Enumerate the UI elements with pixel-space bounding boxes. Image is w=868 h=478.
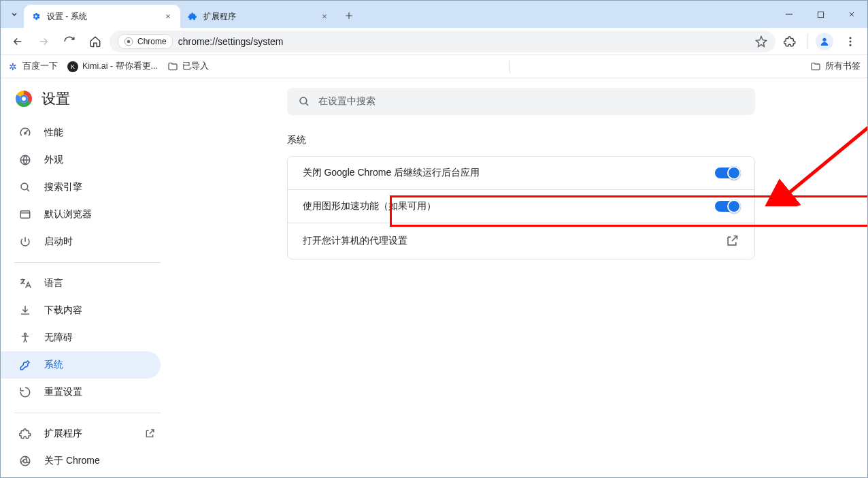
- globe-icon: [18, 153, 32, 167]
- bookmarks-divider: [510, 61, 510, 73]
- home-icon: [89, 35, 101, 48]
- sidebar-item-search-engine[interactable]: 搜索引擎: [1, 174, 161, 201]
- setting-row-label: 使用图形加速功能（如果可用）: [303, 200, 436, 212]
- sidebar-item-label: 语言: [44, 277, 63, 289]
- accessibility-icon: [18, 331, 32, 345]
- sidebar-item-performance[interactable]: 性能: [1, 119, 161, 146]
- tabstrip-dropdown-button[interactable]: [5, 5, 24, 24]
- tab-close-button[interactable]: [163, 11, 173, 22]
- sidebar-divider: [14, 262, 161, 263]
- settings-sidebar: 设置 性能 外观 搜索引擎 默认浏览器 启动时: [1, 78, 174, 477]
- sidebar-item-system[interactable]: 系统: [1, 351, 161, 379]
- sidebar-item-label: 外观: [44, 154, 63, 166]
- search-icon: [18, 180, 32, 194]
- extensions-button[interactable]: [778, 30, 801, 53]
- sidebar-item-accessibility[interactable]: 无障碍: [1, 324, 161, 351]
- toolbar-divider: [807, 34, 807, 49]
- bookmark-item[interactable]: ✲ 百度一下: [7, 61, 58, 72]
- puzzle-icon: [784, 35, 796, 48]
- power-icon: [18, 235, 32, 249]
- sidebar-item-reset[interactable]: 重置设置: [1, 379, 161, 406]
- bookmark-item[interactable]: K Kimi.ai - 帮你看更...: [67, 61, 158, 72]
- background-apps-toggle[interactable]: [715, 168, 739, 178]
- settings-nav[interactable]: 性能 外观 搜索引擎 默认浏览器 启动时 语言: [1, 119, 174, 478]
- address-bar[interactable]: Chrome chrome://settings/system: [110, 31, 775, 52]
- chevron-down-icon: [10, 10, 18, 18]
- sidebar-item-label: 重置设置: [44, 386, 82, 398]
- star-icon: [755, 35, 767, 48]
- svg-line-15: [785, 101, 867, 196]
- folder-icon: [167, 61, 178, 72]
- baidu-paw-icon: ✲: [7, 61, 18, 72]
- open-external-icon: [724, 234, 739, 249]
- svg-rect-0: [818, 12, 823, 17]
- close-icon: [321, 13, 328, 20]
- sidebar-item-startup[interactable]: 启动时: [1, 228, 161, 255]
- sidebar-item-language[interactable]: 语言: [1, 270, 161, 297]
- bookmarks-bar: ✲ 百度一下 K Kimi.ai - 帮你看更... 已导入 所有书签: [1, 55, 867, 78]
- setting-row-hardware-accel: 使用图形加速功能（如果可用）: [288, 190, 754, 223]
- sidebar-item-appearance[interactable]: 外观: [1, 146, 161, 174]
- maximize-button[interactable]: [805, 1, 836, 28]
- window-titlebar: 设置 - 系统 扩展程序: [1, 1, 867, 28]
- maximize-icon: [817, 11, 824, 18]
- new-tab-button[interactable]: [339, 6, 358, 25]
- setting-row-background-apps: 关闭 Google Chrome 后继续运行后台应用: [288, 157, 754, 190]
- search-icon: [298, 95, 310, 108]
- chrome-icon: [124, 37, 133, 46]
- sidebar-item-extensions[interactable]: 扩展程序: [1, 420, 161, 447]
- bookmark-star-button[interactable]: [755, 35, 767, 48]
- tab-close-button[interactable]: [319, 11, 330, 22]
- sidebar-item-downloads[interactable]: 下载内容: [1, 297, 161, 324]
- speedometer-icon: [18, 126, 32, 140]
- download-icon: [18, 304, 32, 317]
- svg-point-11: [24, 333, 27, 335]
- url-text: chrome://settings/system: [178, 36, 284, 47]
- tab-title: 扩展程序: [203, 11, 314, 22]
- sidebar-item-default-browser[interactable]: 默认浏览器: [1, 201, 161, 228]
- all-bookmarks-button[interactable]: 所有书签: [810, 61, 861, 72]
- chrome-icon: [18, 454, 32, 468]
- forward-button[interactable]: [32, 30, 55, 53]
- kimi-icon: K: [67, 61, 78, 72]
- svg-point-5: [850, 40, 852, 42]
- settings-main-panel: 在设置中搜索 系统 关闭 Google Chrome 后继续运行后台应用 使用图…: [174, 78, 867, 477]
- setting-row-proxy[interactable]: 打开您计算机的代理设置: [288, 223, 754, 259]
- translate-icon: [18, 276, 32, 290]
- chrome-menu-button[interactable]: [839, 30, 862, 53]
- site-info-chip[interactable]: Chrome: [118, 34, 173, 49]
- sidebar-item-label: 性能: [44, 127, 63, 139]
- bookmark-label: Kimi.ai - 帮你看更...: [82, 61, 158, 72]
- open-external-icon: [144, 428, 155, 439]
- svg-point-3: [822, 37, 826, 41]
- svg-rect-10: [20, 211, 30, 219]
- sidebar-item-about-chrome[interactable]: 关于 Chrome: [1, 447, 161, 475]
- sidebar-item-label: 无障碍: [44, 332, 73, 344]
- minimize-button[interactable]: [773, 1, 805, 28]
- plus-icon: [344, 11, 354, 20]
- close-window-button[interactable]: [836, 1, 867, 28]
- browser-toolbar: Chrome chrome://settings/system: [1, 28, 867, 55]
- reset-icon: [18, 385, 32, 399]
- bookmark-folder[interactable]: 已导入: [167, 61, 209, 72]
- arrow-left-icon: [12, 35, 24, 48]
- setting-row-label: 关闭 Google Chrome 后继续运行后台应用: [303, 167, 480, 179]
- browser-tab[interactable]: 设置 - 系统: [24, 5, 180, 28]
- system-settings-card: 关闭 Google Chrome 后继续运行后台应用 使用图形加速功能（如果可用…: [287, 156, 755, 259]
- svg-point-9: [21, 183, 28, 190]
- hardware-accel-toggle[interactable]: [715, 201, 739, 212]
- wrench-icon: [18, 358, 32, 372]
- browser-icon: [18, 208, 32, 221]
- gear-icon: [31, 11, 41, 22]
- profile-button[interactable]: [813, 30, 836, 53]
- sidebar-item-label: 启动时: [44, 236, 73, 248]
- sidebar-item-label: 下载内容: [44, 304, 82, 317]
- settings-search-input[interactable]: 在设置中搜索: [287, 88, 755, 115]
- home-button[interactable]: [84, 30, 107, 53]
- browser-tab[interactable]: 扩展程序: [180, 5, 337, 28]
- svg-point-4: [850, 37, 852, 39]
- bookmark-label: 已导入: [182, 61, 209, 72]
- settings-header: 设置: [1, 78, 174, 119]
- back-button[interactable]: [6, 30, 29, 53]
- reload-button[interactable]: [58, 30, 81, 53]
